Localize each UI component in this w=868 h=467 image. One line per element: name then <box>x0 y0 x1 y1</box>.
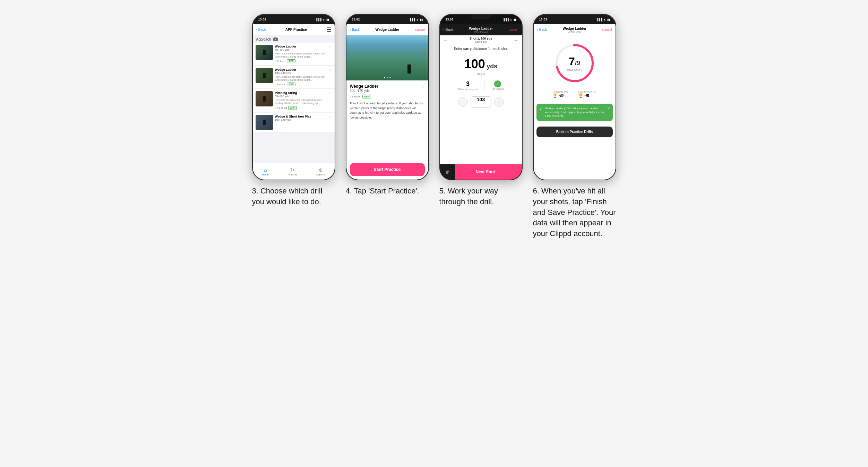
drill-meta-1: ○ 9 shots APP <box>275 83 327 86</box>
battery-icon-4: ▮▮ <box>607 18 610 21</box>
status-bar-3: 13:03 ▐▐▐ ▲ ▮▮ <box>440 15 522 24</box>
bottom-nav-activities[interactable]: ↻ Activities <box>288 167 298 176</box>
drill-info-3: Wedge & Short Iron Play 100–140 yds <box>275 115 327 121</box>
drill-item-1[interactable]: Wedge Ladder 100–140 yds Play 1 shot at … <box>253 66 335 89</box>
delete-button[interactable]: 🗑 <box>440 164 455 180</box>
drill-meta-0: ○ 9 shots APP <box>275 59 327 63</box>
drill-info-1: Wedge Ladder 100–140 yds Play 1 shot at … <box>275 68 327 86</box>
hit-target-checkmark: ✓ <box>494 80 501 87</box>
notch-3 <box>471 15 491 19</box>
phone-section-2: 13:02 ▐▐▐ ▲ ▮▮ ‹ Back Wedge Ladder Cance… <box>346 14 429 197</box>
nav-back-label-2: Back <box>352 28 360 32</box>
decrement-button[interactable]: − <box>458 97 468 107</box>
nav-bar-1: ‹ Back APP Practice ☰ <box>253 24 335 35</box>
shot-nav: ← Shot 1, 100 yds Score 5/9 → <box>440 35 522 45</box>
target-display: 100 yds Target <box>440 53 522 78</box>
drill-desc-1: Play 1 shot at each target yardage. If y… <box>275 75 327 81</box>
drill-thumb-img-0 <box>256 45 273 60</box>
nav-back-3[interactable]: ‹ Back <box>444 28 454 32</box>
nav-cancel-3[interactable]: Cancel <box>508 28 518 32</box>
signal-icon: ▐▐▐ <box>316 18 321 21</box>
battery-icon: ▮▮ <box>326 18 329 21</box>
drill-item-3[interactable]: Wedge & Short Iron Play 100–140 yds ☆ <box>253 113 335 132</box>
nav-back-1[interactable]: ‹ Back <box>256 28 266 32</box>
increment-button[interactable]: + <box>494 97 504 107</box>
section-header-1: Approach 7 <box>253 35 335 43</box>
start-practice-button[interactable]: Start Practice <box>350 163 425 176</box>
last-month-pb-value: 🏆 -/9 <box>578 93 596 98</box>
nav-back-4[interactable]: ‹ Back <box>537 28 547 32</box>
star-icon-0[interactable]: ☆ <box>329 45 332 49</box>
carry-prompt: Enter carry distance for each shot <box>440 45 522 53</box>
star-icon-2[interactable]: ☆ <box>329 91 332 95</box>
drill-item-2[interactable]: Pitching String 55–100 yds Hit 1 shot at… <box>253 89 335 112</box>
bottom-nav-home[interactable]: ⌂ Home <box>262 167 269 176</box>
nav-bar-4: ‹ Back Wedge Ladder 06 Mar 2023 Cancel <box>534 24 616 35</box>
difference-stat: 3 Difference (yds) <box>458 80 478 91</box>
target-yds: 100 <box>464 57 485 71</box>
nav-menu-icon[interactable]: ☰ <box>326 26 331 33</box>
drill-tag-2: APP <box>288 106 297 110</box>
nav-back-2[interactable]: ‹ Back <box>350 28 360 32</box>
course-image <box>346 35 428 80</box>
home-label: Home <box>262 173 269 176</box>
drill-shots-1: ○ 9 shots <box>275 83 286 86</box>
drill-tag-1: APP <box>287 83 295 86</box>
score-circle-container: 7/9 Total Score <box>534 35 616 87</box>
nav-back-label-4: Back <box>539 28 547 32</box>
score-total-label: Total Score <box>567 68 582 71</box>
trophy-icon-month: 🏆 <box>578 93 583 98</box>
chevron-left-icon-4: ‹ <box>537 28 538 32</box>
bottom-nav-capture[interactable]: ⊕ Capture <box>316 167 325 176</box>
status-icons-4: ▐▐▐ ▲ ▮▮ <box>596 18 610 21</box>
toast-close-icon[interactable]: ✕ <box>607 106 610 110</box>
wifi-icon: ▲ <box>323 18 325 21</box>
drill-thumb-0 <box>256 45 273 60</box>
dot-indicators <box>384 77 391 78</box>
screen-content-1: Approach 7 Wedge Ladder 50–100 yds <box>253 35 335 163</box>
status-bar-4: 13:03 ▐▐▐ ▲ ▮▮ <box>534 15 616 24</box>
dot-1 <box>384 77 385 78</box>
score-fraction: 7/9 <box>567 55 582 68</box>
drill-detail-tag: APP <box>362 95 371 98</box>
nav-title-sub-4: 06 Mar 2023 <box>568 31 581 33</box>
drill-shots-0: ○ 9 shots <box>275 60 286 63</box>
golfer-silhouette <box>407 64 411 73</box>
capture-icon: ⊕ <box>319 167 323 173</box>
next-shot-arrow[interactable]: → <box>514 37 518 43</box>
trophy-icon-prev: 🏆 <box>552 93 558 98</box>
nav-title-3: Wedge Ladder <box>469 27 493 31</box>
next-shot-button[interactable]: Next Shot → <box>455 164 522 180</box>
hit-target-label: Hit Target <box>492 87 504 90</box>
star-icon-detail[interactable]: ☆ <box>421 84 425 89</box>
prev-shot-arrow[interactable]: ← <box>444 37 448 43</box>
wifi-icon-3: ▲ <box>510 18 513 21</box>
nav-cancel-2[interactable]: Cancel <box>415 28 424 32</box>
distance-input[interactable]: 103 <box>471 96 491 107</box>
target-label: Target <box>444 72 518 76</box>
difference-label: Difference (yds) <box>458 88 478 91</box>
nav-cancel-4[interactable]: Cancel <box>602 28 612 32</box>
previous-pb: Previous PB 🏆 -/9 <box>552 90 568 98</box>
star-icon-1[interactable]: ☆ <box>329 68 332 72</box>
next-shot-label: Next Shot <box>475 170 495 174</box>
drill-item-0[interactable]: Wedge Ladder 50–100 yds Play 1 shot at e… <box>253 43 335 66</box>
screen-4: 13:03 ▐▐▐ ▲ ▮▮ ‹ Back Wedge Ladder 06 Ma… <box>534 15 616 180</box>
drill-thumb-img-2 <box>256 91 273 106</box>
drill-tag-0: APP <box>287 59 295 63</box>
dot-3 <box>389 77 391 78</box>
drill-detail-range: 100–140 yds <box>350 89 378 93</box>
signal-icon-3: ▐▐▐ <box>503 18 509 21</box>
phone-3: 13:03 ▐▐▐ ▲ ▮▮ ‹ Back Wedge Ladder 06 Ma… <box>439 14 523 180</box>
phone-section-3: 13:03 ▐▐▐ ▲ ▮▮ ‹ Back Wedge Ladder 06 Ma… <box>439 14 523 207</box>
star-icon-3[interactable]: ☆ <box>329 115 332 119</box>
notch-2 <box>377 15 398 19</box>
battery-icon-3: ▮▮ <box>514 18 516 21</box>
back-to-drills-button[interactable]: Back to Practice Drills <box>536 127 613 137</box>
drill-thumb-3 <box>256 115 273 130</box>
screen-1: 13:02 ▐▐▐ ▲ ▮▮ ‹ Back APP Practice ☰ <box>253 15 335 180</box>
signal-icon-2: ▐▐▐ <box>409 18 415 21</box>
phone-4: 13:03 ▐▐▐ ▲ ▮▮ ‹ Back Wedge Ladder 06 Ma… <box>533 14 616 180</box>
phone-2: 13:02 ▐▐▐ ▲ ▮▮ ‹ Back Wedge Ladder Cance… <box>346 14 429 180</box>
bottom-nav-1: ⌂ Home ↻ Activities ⊕ Capture <box>253 163 335 180</box>
